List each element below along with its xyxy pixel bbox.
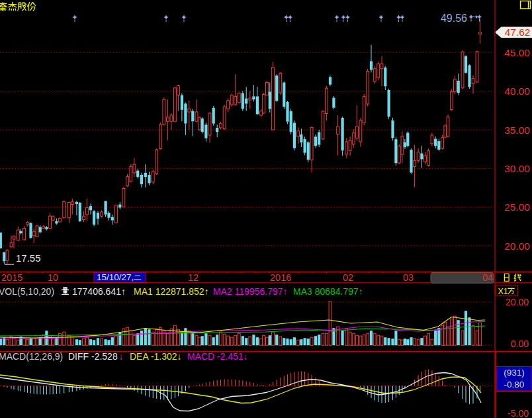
svg-text:X1: X1 [498, 287, 508, 296]
svg-text:MA1 122871.852↑: MA1 122871.852↑ [134, 286, 209, 297]
svg-text:2015: 2015 [1, 272, 22, 283]
svg-text:45.00: 45.00 [504, 47, 530, 58]
svg-text:10: 10 [48, 272, 58, 283]
svg-text:177406.641↑: 177406.641↑ [72, 286, 126, 297]
svg-text:-0.80: -0.80 [504, 380, 525, 390]
svg-text:40.00: 40.00 [504, 85, 530, 97]
svg-text:49.56: 49.56 [441, 13, 467, 24]
svg-text:DIFF -2.528: DIFF -2.528 [68, 351, 118, 362]
svg-text:DEA -1.302↓: DEA -1.302↓ [130, 351, 182, 362]
svg-text:02: 02 [343, 272, 353, 283]
svg-text:15/10/27,: 15/10/27, [97, 272, 134, 282]
svg-text:47.62: 47.62 [505, 26, 531, 38]
svg-text:-5.00: -5.00 [508, 408, 529, 418]
svg-text:03: 03 [403, 272, 414, 283]
svg-text:VOL(5,10,20): VOL(5,10,20) [0, 286, 54, 297]
svg-text:25.00: 25.00 [504, 201, 530, 213]
svg-text:20.00: 20.00 [506, 297, 529, 307]
svg-text:30.00: 30.00 [504, 163, 530, 174]
svg-text:MA2 119956.797↑: MA2 119956.797↑ [213, 286, 288, 297]
svg-text:MACD(12,26,9): MACD(12,26,9) [0, 351, 63, 362]
svg-text:20.00: 20.00 [504, 240, 530, 252]
svg-text:(931): (931) [504, 368, 525, 378]
svg-text:2016: 2016 [270, 272, 291, 283]
svg-text:MA3 80684.797↑: MA3 80684.797↑ [293, 286, 363, 297]
svg-text:04: 04 [482, 272, 493, 283]
svg-text:↓: ↓ [119, 351, 124, 362]
svg-text:17.55: 17.55 [16, 252, 41, 264]
svg-text:35.00: 35.00 [504, 125, 530, 136]
svg-text:MACD -2.451↓: MACD -2.451↓ [187, 351, 248, 362]
svg-text:12: 12 [188, 272, 199, 283]
svg-text:0.00: 0.00 [511, 339, 529, 349]
